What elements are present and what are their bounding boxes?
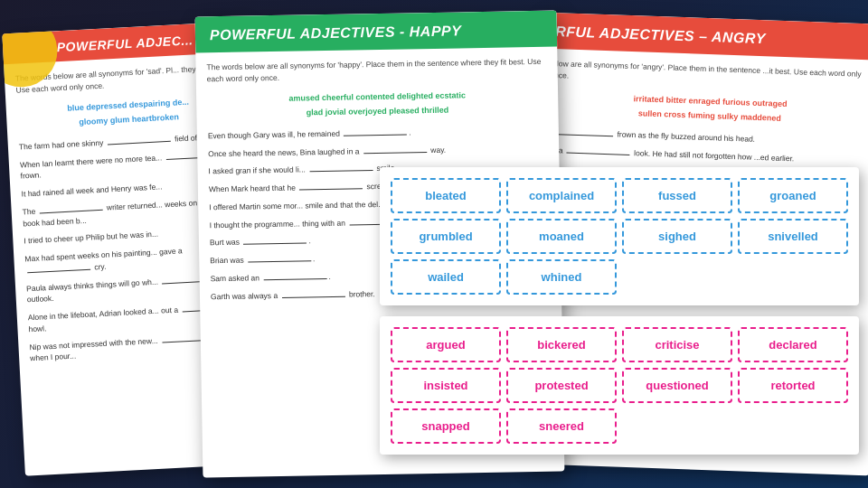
word-cell-bickered: bickered (506, 327, 617, 362)
word-cell-empty-3 (622, 408, 732, 444)
word-cell-complained: complained (506, 178, 617, 213)
happy-header: POWERFUL ADJECTIVES - HAPPY (195, 11, 558, 53)
word-cell-empty-4 (738, 408, 848, 444)
angry-body: ...low are all synonyms for 'angry'. Pla… (536, 48, 868, 183)
word-cell-whined: whined (506, 259, 617, 295)
word-cell-grumbled: grumbled (391, 219, 501, 254)
angry-word-bank: irritated bitter enraged furious outrage… (549, 88, 868, 128)
word-card-section-1: bleated complained fussed groaned grumbl… (380, 167, 859, 305)
word-cell-protested: protested (506, 368, 617, 403)
word-cell-snivelled: snivelled (738, 219, 848, 254)
word-cell-questioned: questioned (622, 368, 732, 403)
word-cell-groaned: groaned (738, 178, 848, 213)
word-cell-fussed: fussed (622, 178, 732, 213)
angry-instruction: ...low are all synonyms for 'angry'. Pla… (550, 58, 868, 92)
word-cell-criticise: criticise (622, 327, 732, 362)
word-cell-empty-1 (622, 259, 732, 295)
word-cell-moaned: moaned (506, 219, 617, 254)
word-cell-empty-2 (738, 259, 848, 295)
happy-word-bank: amused cheerful contented delighted ecst… (207, 86, 548, 121)
word-grid-2: argued bickered criticise declared insis… (391, 327, 848, 444)
word-cell-argued: argued (391, 327, 501, 362)
angry-q2: ...r a look. He had still not forgotten … (547, 144, 868, 166)
angry-title: RFUL ADJECTIVES – ANGRY (555, 23, 868, 51)
word-cell-bleated: bleated (391, 178, 501, 213)
word-card-section-2: argued bickered criticise declared insis… (380, 316, 859, 455)
word-cell-sighed: sighed (622, 219, 732, 254)
happy-instruction: The words below are all synonyms for 'ha… (206, 56, 546, 85)
word-grid-1: bleated complained fussed groaned grumbl… (391, 178, 848, 295)
word-cell-sneered: sneered (506, 408, 617, 444)
word-cell-declared: declared (738, 327, 848, 362)
word-cell-retorted: retorted (738, 368, 848, 403)
happy-title: POWERFUL ADJECTIVES - HAPPY (210, 22, 542, 43)
word-cards-overlay: bleated complained fussed groaned grumbl… (380, 167, 859, 488)
happy-q2: Once she heard the news, Bina laughed in… (208, 142, 548, 159)
happy-q1: Even though Gary was ill, he remained . (208, 125, 548, 142)
word-cell-insisted: insisted (391, 368, 501, 403)
scene: POWERFUL ADJEC... The words below are al… (0, 0, 868, 488)
word-cell-snapped: snapped (391, 408, 501, 444)
word-cell-wailed: wailed (391, 259, 501, 295)
